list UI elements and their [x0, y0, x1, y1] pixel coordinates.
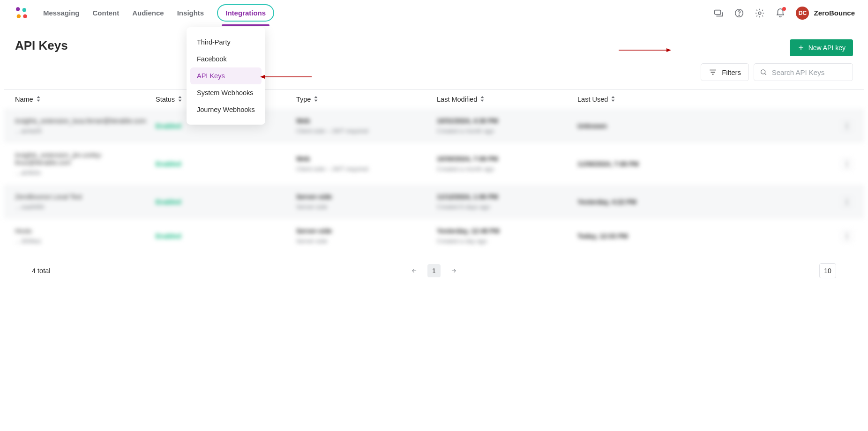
svg-point-31: [846, 203, 848, 205]
cell-name-line2: …3008a1: [15, 238, 156, 245]
cell-used: Today, 12:03 PM: [577, 232, 825, 240]
help-icon[interactable]: [734, 8, 744, 18]
cell-modified-line1: 10/31/2024, 4:30 PM: [437, 117, 577, 125]
search-input[interactable]: [771, 68, 847, 77]
cell-name-line2: …ae4a09: [15, 127, 156, 134]
logo-icon: [13, 5, 29, 21]
svg-point-26: [846, 161, 848, 162]
table-footer: 4 total 1 10: [4, 253, 864, 289]
new-api-key-button[interactable]: New API key: [790, 39, 853, 56]
row-menu-button[interactable]: [841, 196, 853, 208]
arrow-right-icon: [449, 268, 458, 274]
cell-type-line1: Web: [296, 155, 437, 163]
cell-type-line2: Server-side: [296, 203, 437, 210]
col-name[interactable]: Name: [15, 96, 156, 103]
svg-marker-16: [179, 100, 182, 102]
dropdown-item-api-keys[interactable]: API Keys: [190, 67, 262, 84]
sort-icon: [314, 96, 318, 103]
cell-modified-line2: Created a month ago: [437, 127, 577, 134]
dropdown-item-third-party[interactable]: Third-Party: [190, 34, 262, 51]
table-row[interactable]: Hosts…3008a1 Enabled Server-sideServer-s…: [4, 219, 864, 253]
col-last-used[interactable]: Last Used: [577, 96, 825, 103]
new-api-key-label: New API key: [808, 44, 846, 52]
account-menu[interactable]: DC ZeroBounce: [796, 7, 855, 20]
top-nav: Messaging Content Audience Insights Inte…: [4, 0, 864, 26]
cell-used: Yesterday, 4:22 PM: [577, 198, 825, 206]
dropdown-item-journey-webhooks[interactable]: Journey Webhooks: [190, 101, 262, 118]
table-row[interactable]: insights_extension_jim.corley-linus@iter…: [4, 143, 864, 185]
avatar: DC: [796, 7, 809, 20]
cell-type-line2: Client-side – JWT required: [296, 127, 437, 134]
cell-modified-line2: Created 6 days ago: [437, 203, 577, 210]
svg-marker-19: [481, 96, 484, 98]
sort-icon: [178, 96, 182, 103]
svg-point-7: [759, 12, 762, 15]
integrations-dropdown: Third-Party Facebook API Keys System Web…: [187, 27, 265, 125]
table-row[interactable]: insights_extension_luca.ferrari@iterable…: [4, 109, 864, 143]
total-count: 4 total: [32, 267, 51, 275]
status-badge: Enabled: [156, 160, 181, 168]
cell-used: Unknown: [577, 122, 825, 130]
svg-marker-18: [314, 100, 318, 102]
kebab-icon: [846, 161, 848, 167]
svg-point-27: [846, 163, 848, 164]
svg-marker-17: [314, 96, 318, 98]
col-type[interactable]: Type: [296, 96, 437, 103]
nav-tab-integrations[interactable]: Integrations: [217, 4, 274, 22]
svg-marker-14: [37, 100, 40, 102]
api-keys-table: Name Status Type Last Modified Last Used…: [4, 89, 864, 289]
gear-icon[interactable]: [755, 8, 765, 18]
dropdown-item-system-webhooks[interactable]: System Webhooks: [190, 84, 262, 101]
page-current[interactable]: 1: [427, 264, 441, 277]
nav-right: DC ZeroBounce: [713, 7, 855, 20]
dropdown-item-facebook[interactable]: Facebook: [190, 51, 262, 67]
filters-label: Filters: [722, 68, 741, 76]
cell-type-line1: Server-side: [296, 227, 437, 235]
row-menu-button[interactable]: [841, 158, 853, 170]
page-size-select[interactable]: 10: [819, 263, 836, 278]
nav-tabs: Messaging Content Audience Insights Inte…: [43, 4, 274, 22]
cell-name-line2: …a04b0c: [15, 169, 156, 176]
table-row[interactable]: ZeroBounce Local Test…caa946h Enabled Se…: [4, 185, 864, 219]
col-last-modified[interactable]: Last Modified: [437, 96, 577, 103]
nav-tab-content[interactable]: Content: [93, 6, 120, 20]
messages-icon[interactable]: [713, 8, 724, 18]
svg-marker-20: [481, 100, 484, 102]
svg-point-3: [23, 14, 27, 18]
table-body: insights_extension_luca.ferrari@iterable…: [4, 109, 864, 253]
sort-icon: [611, 96, 615, 103]
svg-point-0: [16, 7, 20, 11]
nav-tab-insights[interactable]: Insights: [177, 6, 204, 20]
svg-point-24: [846, 125, 848, 126]
sort-icon: [480, 96, 485, 103]
svg-point-12: [761, 70, 765, 74]
row-menu-button[interactable]: [841, 230, 853, 242]
svg-point-34: [846, 238, 848, 239]
kebab-icon: [846, 123, 848, 129]
svg-marker-13: [37, 96, 40, 98]
bell-icon[interactable]: [775, 8, 786, 18]
cell-modified-line2: Created a month ago: [437, 165, 577, 172]
svg-rect-4: [715, 10, 721, 14]
row-menu-button[interactable]: [841, 120, 853, 132]
cell-type-line1: Web: [296, 117, 437, 125]
nav-tab-messaging[interactable]: Messaging: [43, 6, 80, 20]
status-badge: Enabled: [156, 122, 181, 130]
svg-marker-21: [612, 96, 615, 98]
cell-modified-line1: Yesterday, 12:48 PM: [437, 227, 577, 235]
cell-type-line2: Server-side: [296, 238, 437, 245]
pagination: 1: [408, 264, 460, 277]
svg-marker-22: [612, 100, 615, 102]
page-title: API Keys: [15, 38, 68, 53]
page-prev[interactable]: [408, 264, 421, 277]
cell-name-line1: Hosts: [15, 227, 156, 235]
page-next[interactable]: [447, 264, 460, 277]
svg-point-6: [739, 15, 740, 15]
search-icon: [760, 68, 767, 76]
filters-button[interactable]: Filters: [701, 63, 749, 81]
svg-point-2: [17, 14, 21, 18]
status-badge: Enabled: [156, 232, 181, 240]
table-header: Name Status Type Last Modified Last Used: [4, 90, 864, 109]
nav-tab-audience[interactable]: Audience: [132, 6, 164, 20]
arrow-left-icon: [410, 268, 419, 274]
